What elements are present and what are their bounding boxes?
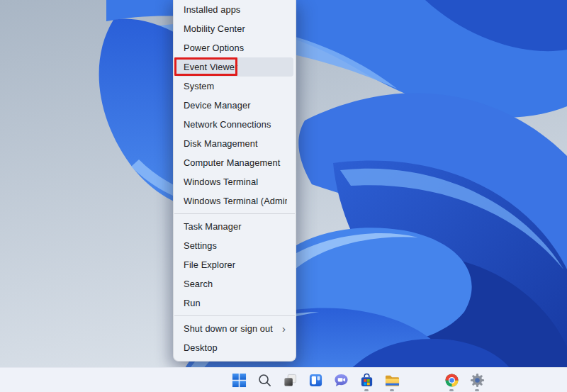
- menu-item-shut-down-or-sign-out[interactable]: Shut down or sign out ›: [174, 319, 296, 338]
- menu-item-label: File Explorer: [184, 259, 287, 270]
- menu-separator: [174, 315, 295, 316]
- search-icon: [257, 373, 272, 388]
- taskbar-center-group: [226, 368, 405, 392]
- widgets-button[interactable]: [303, 368, 328, 392]
- menu-item-desktop[interactable]: Desktop: [174, 338, 296, 357]
- start-icon: [232, 373, 247, 388]
- menu-item-device-manager[interactable]: Device Manager: [174, 96, 296, 115]
- menu-item-label: Windows Terminal: [184, 177, 287, 187]
- menu-item-installed-apps[interactable]: Installed apps: [174, 0, 296, 19]
- menu-item-label: Power Options: [184, 43, 287, 53]
- menu-item-label: Run: [184, 298, 287, 308]
- menu-item-run[interactable]: Run: [174, 293, 296, 313]
- menu-item-label: Search: [184, 279, 287, 289]
- menu-item-power-options[interactable]: Power Options: [174, 38, 296, 57]
- menu-item-windows-terminal-admin[interactable]: Windows Terminal (Admin): [174, 191, 296, 211]
- start-button[interactable]: [226, 368, 252, 392]
- menu-item-event-viewer[interactable]: Event Viewer: [176, 57, 293, 77]
- quick-link-menu: Installed apps Mobility Center Power Opt…: [173, 0, 296, 362]
- settings-button[interactable]: [464, 368, 490, 392]
- menu-item-label: Device Manager: [184, 100, 287, 111]
- menu-item-label: System: [184, 81, 287, 91]
- menu-item-file-explorer[interactable]: File Explorer: [174, 255, 296, 274]
- menu-item-windows-terminal[interactable]: Windows Terminal: [174, 172, 296, 191]
- chrome-button[interactable]: [439, 368, 464, 392]
- menu-item-label: Task Manager: [184, 221, 287, 232]
- menu-item-computer-management[interactable]: Computer Management: [174, 153, 296, 172]
- chat-icon: [333, 373, 349, 388]
- taskbar-pinned-group: [439, 368, 490, 392]
- chevron-right-icon: ›: [282, 323, 286, 334]
- menu-item-system[interactable]: System: [174, 77, 296, 96]
- menu-item-label: Mobility Center: [184, 23, 287, 34]
- file-explorer-button[interactable]: [379, 368, 405, 392]
- menu-item-label: Windows Terminal (Admin): [184, 196, 287, 206]
- menu-item-label: Desktop: [184, 342, 287, 353]
- search-button[interactable]: [252, 368, 277, 392]
- menu-item-mobility-center[interactable]: Mobility Center: [174, 19, 296, 38]
- widgets-icon: [308, 373, 323, 388]
- microsoft-store-icon: [359, 373, 374, 388]
- chat-button[interactable]: [328, 368, 354, 392]
- menu-separator: [174, 213, 295, 214]
- task-view-button[interactable]: [277, 368, 303, 392]
- file-explorer-icon: [384, 373, 400, 388]
- settings-icon: [470, 373, 485, 388]
- menu-item-disk-management[interactable]: Disk Management: [174, 134, 296, 153]
- menu-item-label: Shut down or sign out: [184, 323, 282, 334]
- menu-item-network-connections[interactable]: Network Connections: [174, 115, 296, 134]
- taskbar: [0, 367, 567, 392]
- menu-item-label: Computer Management: [184, 157, 287, 168]
- menu-item-label: Disk Management: [184, 138, 287, 149]
- menu-item-label: Settings: [184, 240, 287, 251]
- menu-item-task-manager[interactable]: Task Manager: [174, 217, 296, 236]
- menu-item-label: Installed apps: [184, 4, 287, 15]
- microsoft-store-button[interactable]: [354, 368, 379, 392]
- menu-item-label: Network Connections: [184, 119, 287, 130]
- menu-item-settings[interactable]: Settings: [174, 236, 296, 255]
- task-view-icon: [283, 373, 298, 388]
- menu-item-search[interactable]: Search: [174, 274, 296, 293]
- menu-item-label: Event Viewer: [184, 62, 285, 72]
- desktop-screen: Installed apps Mobility Center Power Opt…: [0, 0, 567, 392]
- chrome-icon: [444, 373, 459, 388]
